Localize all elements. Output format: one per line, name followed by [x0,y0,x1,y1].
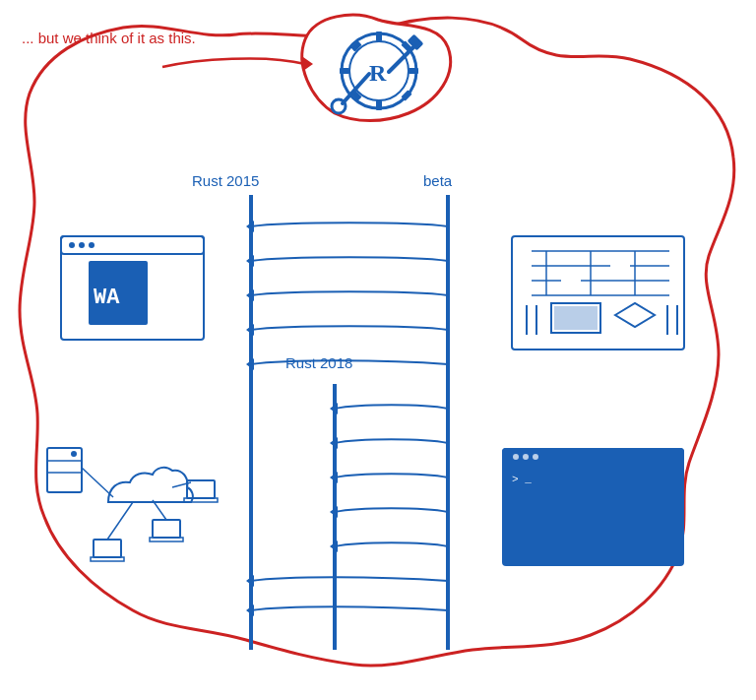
svg-rect-5 [409,68,418,74]
svg-rect-4 [340,68,349,74]
svg-rect-34 [554,306,598,330]
svg-rect-3 [376,100,382,110]
svg-text:R: R [369,60,387,86]
svg-point-43 [71,451,77,457]
svg-point-20 [89,242,94,248]
rust2015-label: Rust 2015 [192,172,259,189]
svg-text:> _: > _ [512,474,532,485]
caption-label: ... but we think of it as this. [22,28,196,48]
svg-point-56 [513,454,519,460]
rust2018-label: Rust 2018 [285,354,352,371]
svg-rect-2 [376,32,382,41]
svg-text:WA: WA [94,286,120,310]
main-container: R WA [0,0,756,700]
svg-point-18 [69,242,75,248]
svg-point-57 [523,454,529,460]
beta-label: beta [423,172,452,189]
svg-rect-55 [502,448,684,466]
svg-point-19 [79,242,85,248]
svg-point-58 [533,454,538,460]
